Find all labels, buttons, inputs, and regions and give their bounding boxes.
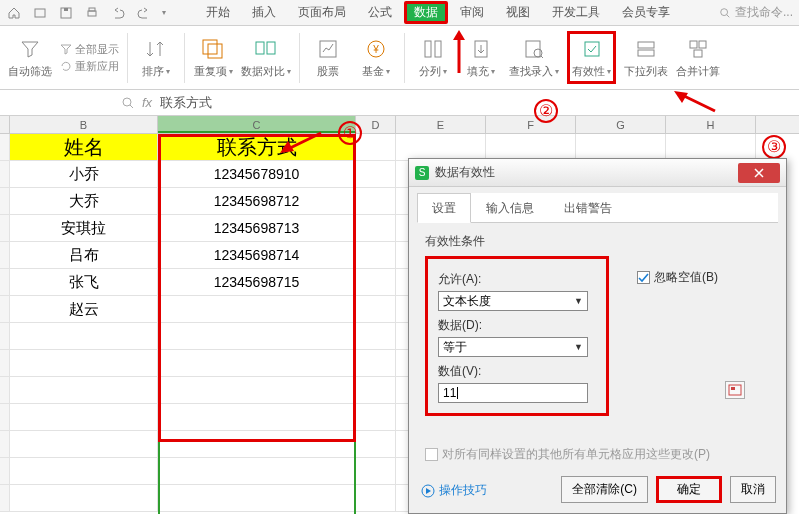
svg-rect-14 (435, 41, 441, 57)
tab-view[interactable]: 视图 (496, 1, 540, 24)
col-B[interactable]: B (10, 116, 158, 133)
allow-dropdown[interactable]: 文本长度▼ (438, 291, 588, 311)
svg-rect-4 (89, 8, 95, 11)
svg-rect-28 (426, 449, 438, 461)
help-link[interactable]: 操作技巧 (421, 482, 487, 499)
cancel-button[interactable]: 取消 (730, 476, 776, 503)
ribbon-compare[interactable]: 数据对比▾ (241, 36, 291, 79)
tab-formula[interactable]: 公式 (358, 1, 402, 24)
range-picker-button[interactable] (725, 381, 745, 399)
col-F[interactable]: F (486, 116, 576, 133)
checkbox-checked-icon (637, 271, 650, 284)
dialog-tab-error[interactable]: 出错警告 (549, 193, 627, 222)
close-icon (753, 167, 765, 179)
svg-rect-3 (88, 11, 96, 16)
ribbon-show-all[interactable]: 全部显示 (60, 42, 119, 57)
chevron-down-icon: ▼ (574, 342, 583, 352)
col-D[interactable]: D (356, 116, 396, 133)
condition-label: 有效性条件 (425, 233, 770, 250)
col-G[interactable]: G (576, 116, 666, 133)
clear-button[interactable]: 全部清除(C) (561, 476, 648, 503)
col-E[interactable]: E (396, 116, 486, 133)
qat-redo-icon[interactable] (136, 5, 152, 21)
svg-rect-25 (638, 272, 650, 284)
qat-more-icon[interactable]: ▾ (162, 8, 166, 17)
col-H[interactable]: H (666, 116, 756, 133)
formula-content[interactable]: 联系方式 (160, 94, 212, 112)
tab-dev[interactable]: 开发工具 (542, 1, 610, 24)
svg-rect-27 (731, 387, 735, 390)
svg-rect-21 (690, 41, 697, 48)
qat-save-icon[interactable] (58, 5, 74, 21)
qat-undo-icon[interactable] (110, 5, 126, 21)
ignore-blank-checkbox[interactable]: 忽略空值(B) (637, 269, 718, 286)
range-icon (728, 384, 742, 396)
ribbon-duplicates[interactable]: 重复项▾ (193, 36, 233, 79)
svg-rect-22 (699, 41, 706, 48)
svg-rect-19 (638, 42, 654, 48)
tab-review[interactable]: 审阅 (450, 1, 494, 24)
checkbox-icon (425, 448, 438, 461)
svg-rect-23 (694, 50, 702, 57)
ribbon-fill[interactable]: 填充▾ (461, 36, 501, 79)
formula-bar: fx 联系方式 (0, 90, 799, 116)
ribbon: 自动筛选 全部显示 重新应用 排序▾ 重复项▾ 数据对比▾ 股票 ¥ 基金▾ 分… (0, 26, 799, 90)
chevron-down-icon: ▼ (574, 296, 583, 306)
qat-open-icon[interactable] (32, 5, 48, 21)
svg-rect-0 (35, 9, 45, 17)
ribbon-validity[interactable]: 有效性▾ (567, 31, 616, 84)
play-icon (421, 484, 435, 498)
column-headers: B C D E F G H (0, 116, 799, 134)
tab-start[interactable]: 开始 (196, 1, 240, 24)
ribbon-autofilter[interactable]: 自动筛选 (8, 36, 52, 79)
tab-layout[interactable]: 页面布局 (288, 1, 356, 24)
value-label: 数值(V): (438, 363, 596, 380)
dialog-titlebar[interactable]: S 数据有效性 (409, 159, 786, 187)
apply-all-checkbox[interactable]: 对所有同样设置的其他所有单元格应用这些更改(P) (425, 446, 710, 463)
cell-header-name[interactable]: 姓名 (10, 134, 158, 161)
dialog-tab-settings[interactable]: 设置 (417, 193, 471, 223)
dialog-title: 数据有效性 (435, 164, 495, 181)
dialog-buttons: 全部清除(C) 确定 取消 (561, 476, 776, 503)
dialog-body: 有效性条件 允许(A): 文本长度▼ 数据(D): 等于▼ 数值(V): 11 … (409, 223, 786, 426)
ribbon-consolidate[interactable]: 合并计算 (676, 36, 720, 79)
close-button[interactable] (738, 163, 780, 183)
qat-print-icon[interactable] (84, 5, 100, 21)
ribbon-reapply[interactable]: 重新应用 (60, 59, 119, 74)
cell-header-phone[interactable]: 联系方式 (158, 134, 356, 161)
value-input[interactable]: 11 (438, 383, 588, 403)
ok-button[interactable]: 确定 (656, 476, 722, 503)
search-icon (719, 7, 731, 19)
search-placeholder: 查找命令... (735, 4, 793, 21)
svg-rect-2 (64, 8, 68, 11)
header-row: 姓名 联系方式 (0, 134, 799, 161)
allow-label: 允许(A): (438, 271, 596, 288)
ribbon-sort[interactable]: 排序▾ (136, 36, 176, 79)
data-label: 数据(D): (438, 317, 596, 334)
search-icon (122, 97, 134, 109)
ribbon-findrec[interactable]: 查找录入▾ (509, 36, 559, 79)
dialog-tab-input[interactable]: 输入信息 (471, 193, 549, 222)
ribbon-stock[interactable]: 股票 (308, 36, 348, 79)
data-dropdown[interactable]: 等于▼ (438, 337, 588, 357)
tab-data[interactable]: 数据 (404, 1, 448, 24)
corner-header[interactable] (0, 116, 10, 133)
validity-dialog: S 数据有效性 设置 输入信息 出错警告 有效性条件 允许(A): 文本长度▼ … (408, 158, 787, 514)
search-command[interactable]: 查找命令... (719, 4, 793, 21)
svg-point-5 (721, 8, 728, 15)
ribbon-split[interactable]: 分列▾ (413, 36, 453, 79)
ribbon-filter-mini: 全部显示 重新应用 (60, 42, 119, 74)
qat-home-icon[interactable] (6, 5, 22, 21)
svg-rect-6 (203, 40, 217, 54)
dialog-app-icon: S (415, 166, 429, 180)
svg-rect-18 (585, 42, 599, 56)
fx-icon[interactable]: fx (142, 95, 152, 110)
ribbon-dropdown[interactable]: 下拉列表 (624, 36, 668, 79)
dialog-tabs: 设置 输入信息 出错警告 (417, 193, 778, 223)
svg-rect-13 (425, 41, 431, 57)
tab-insert[interactable]: 插入 (242, 1, 286, 24)
ribbon-fund[interactable]: ¥ 基金▾ (356, 36, 396, 79)
condition-fields: 允许(A): 文本长度▼ 数据(D): 等于▼ 数值(V): 11 (425, 256, 609, 416)
col-C[interactable]: C (158, 116, 356, 133)
tab-vip[interactable]: 会员专享 (612, 1, 680, 24)
